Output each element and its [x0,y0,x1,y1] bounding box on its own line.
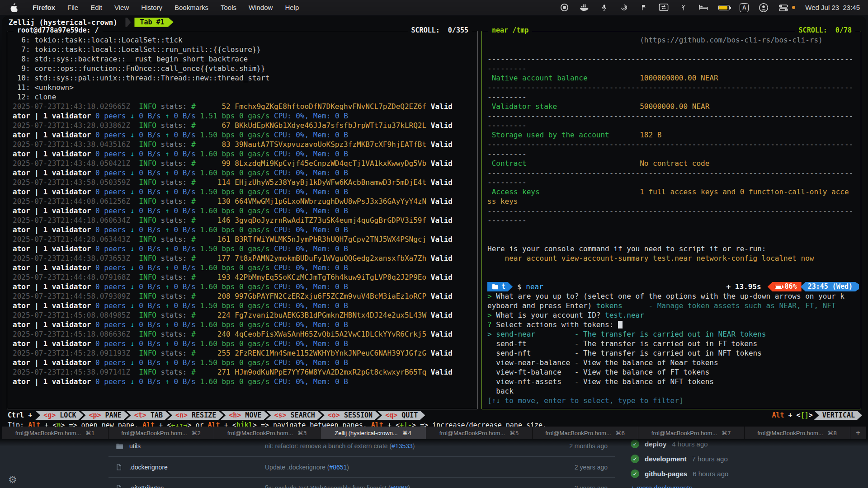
text-segment: 0 gas/s [239,188,274,196]
menu-item-window[interactable]: Window [249,4,273,11]
zellij-tab-1[interactable]: Tab #1 [134,18,173,27]
log-line: 2025-07-23T21:44:58.079309Z INFO stats: … [13,291,476,301]
text-segment: ↑ [165,169,170,177]
key-letter: <p> [89,411,101,419]
keybind-label: LOCK [56,411,76,419]
bed-icon[interactable] [698,3,708,12]
keybind-label: MOVE [241,411,261,419]
text-segment: stats: [156,178,191,187]
menu-item-file[interactable]: File [67,4,78,11]
menu-bar-clock[interactable]: Wed Jul 23 23:45 [805,4,860,11]
file-name[interactable]: utils [129,442,265,450]
text-segment: What are you up to? (select one of the o… [492,292,844,300]
settings-gear-icon[interactable]: ⚙ [8,474,17,485]
commit-pr-link[interactable]: #13533 [392,442,413,450]
option-row-view-ft-balance[interactable]: view-ft-balance - View the balance of FT… [487,367,859,377]
text-segment: 0 B/s [170,301,200,310]
text-segment: INFO [130,121,156,130]
text-segment: Valid [431,330,453,338]
text-segment: # [191,254,196,263]
commit-text-suffix: ) [408,484,410,488]
alt-hint: Alt + <[]> [772,411,816,419]
deployment-env[interactable]: github-pages [645,470,687,478]
text-segment: Valid [431,178,453,187]
github-file-table: utilsnit: refactor: remove a bunch of ex… [108,436,615,488]
deployment-row-development[interactable]: ✓development7 hours ago [631,451,848,466]
option-row-view-near-balance[interactable]: view-near-balance - View the balance of … [487,358,859,367]
battery-icon[interactable] [718,5,730,10]
menu-item-edit[interactable]: Edit [90,4,102,11]
option-row-send-near[interactable]: > send-near - The transfer is carried ou… [487,329,859,339]
prompt-command[interactable]: near [526,282,543,291]
text-segment: stats: [156,102,191,111]
menu-item-tools[interactable]: Tools [221,4,236,11]
pane-validator-logs[interactable]: root@d778a97e59de: / SCROLL: 0/355 6: to… [7,31,478,409]
text-segment: stats: [156,292,191,300]
deployment-row-deploy[interactable]: ✓deploy4 hours ago [631,436,848,451]
pane-near-cli[interactable]: near /tmp SCROLL: 0/78 (https://github.c… [481,31,861,409]
text-segment: 0 B/s [170,150,200,158]
text-segment: ----------------------------------------… [487,140,853,149]
text-segment: ↓ [130,301,135,310]
text-segment: 2025-07-23T21:45:18.086636Z [13,330,130,338]
deployment-env[interactable]: deploy [645,440,666,448]
text-segment: 0 peers [95,263,130,272]
new-tab-button[interactable]: + [850,427,866,439]
apple-menu-icon[interactable] [10,3,18,12]
terminal-tab-1[interactable]: frol@MacBookPro.hom...⌘1 [2,427,108,439]
option-row-send-nft[interactable]: send-nft - The transfer is carried out i… [487,348,859,358]
option-row-view-nft-assets[interactable]: view-nft-assets - View the balance of NF… [487,377,859,386]
text-segment: --------- [487,150,527,158]
menu-item-history[interactable]: History [141,4,162,11]
deployment-row-github-pages[interactable]: ✓github-pages6 hours ago [631,466,848,481]
swirl-icon[interactable] [619,3,629,12]
commit-pr-link[interactable]: #8651 [329,464,347,471]
more-deployments-link[interactable]: + more deployments [631,484,692,488]
menu-item-firefox[interactable]: Firefox [33,4,55,11]
zellij-panes: root@d778a97e59de: / SCROLL: 0/355 6: to… [2,28,866,409]
microphone-icon[interactable] [599,3,609,12]
text-segment: [↑↓ to move, enter to select, type to fi… [487,396,683,405]
text-segment: 208 997GbPAYFN2CzERZxju6F5ZCZm9vuV4BcM3i… [196,292,431,300]
commit-pr-link[interactable]: #8868 [391,484,408,488]
input-source-icon[interactable]: A [740,3,749,12]
text-segment: 0 B/s [170,188,200,196]
text-segment: --------- [487,216,527,225]
user-account-icon[interactable] [759,3,769,12]
text-segment: ↓ [130,320,135,329]
menu-item-bookmarks[interactable]: Bookmarks [175,4,208,11]
file-name[interactable]: .dockerignore [129,464,265,471]
branch-icon[interactable] [679,3,689,12]
text-segment: CPU: 0%, Mem: 0 B [274,377,348,386]
file-name[interactable]: .gitattributes [129,484,265,488]
text-segment: CPU: 0%, Mem: 0 B [274,206,348,215]
text-segment: 0 B/s [170,282,200,291]
text-segment: 2025-07-23T21:44:08.061256Z [13,197,130,206]
window-swap-icon[interactable] [659,3,669,12]
option-row-back[interactable]: back [487,386,859,396]
text-segment: 0 peers [95,188,130,196]
text-segment: ↓ [130,131,135,139]
battery-percent: 86% [785,282,797,291]
text-segment: INFO [130,197,156,206]
menu-item-help[interactable]: Help [285,4,299,11]
text-segment: INFO [130,311,156,319]
docker-icon[interactable] [579,3,589,12]
log-line-wrap: ator | 1 validator 0 peers ↓ 0 B/s ↑ 0 B… [13,263,476,272]
deployment-env[interactable]: development [645,455,687,463]
log-line-wrap: ator | 1 validator 0 peers ↓ 0 B/s ↑ 0 B… [13,130,476,140]
text-segment: 67 BKkUdEpKNGb1Xdye46JJa7sfsfbJrpWTt7iu3… [196,121,431,130]
commit-text: fix: exclude test WebAssembly from lingu… [265,484,391,488]
record-icon[interactable] [559,3,569,12]
flag-icon[interactable] [639,3,649,12]
file-row-utils[interactable]: utilsnit: refactor: remove a bunch of ex… [108,436,615,456]
text-segment: Valid [431,159,453,168]
file-row-.dockerignore[interactable]: .dockerignoreUpdate .dockerignore (#8651… [108,456,615,477]
text-segment: 1.60 bps [200,282,239,291]
commit-message: fix: exclude test WebAssembly from lingu… [265,484,549,488]
text-segment: CPU: 0%, Mem: 0 B [274,301,348,310]
option-row-send-ft[interactable]: send-ft - The transfer is carried out in… [487,339,859,348]
menu-item-view[interactable]: View [114,4,129,11]
control-center-icon[interactable] [778,3,788,12]
file-row-.gitattributes[interactable]: .gitattributesfix: exclude test WebAssem… [108,477,615,488]
